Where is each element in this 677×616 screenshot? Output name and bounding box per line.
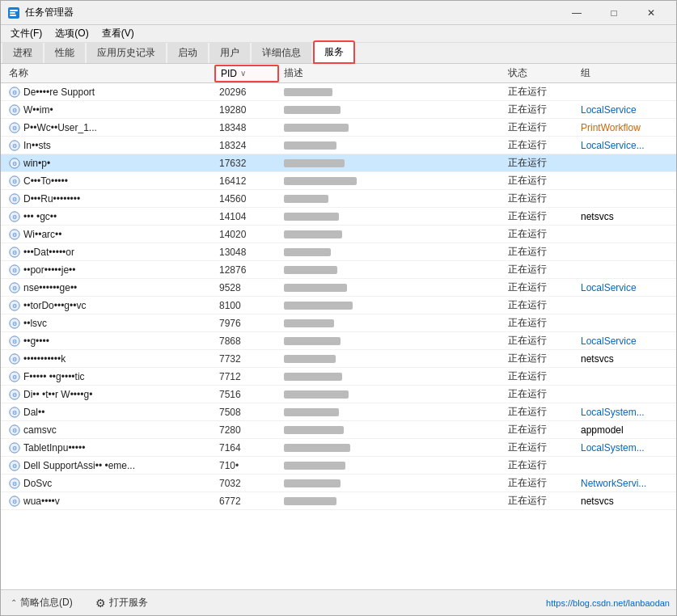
table-row[interactable]: ⚙DoSvc7032 正在运行NetworkServi...	[1, 475, 676, 492]
svg-text:⚙: ⚙	[12, 196, 17, 201]
svg-text:⚙: ⚙	[12, 160, 17, 166]
service-name-text: •••••••••••k	[23, 353, 66, 365]
cell-name: ⚙F••••• ••g••••tic	[4, 369, 214, 384]
table-row[interactable]: ⚙••• •gc••14104 正在运行netsvcs	[1, 208, 676, 226]
cell-pid: 16412	[214, 174, 279, 188]
cell-name: ⚙••torDo•••g••vc	[4, 298, 214, 313]
cell-group	[576, 251, 673, 254]
tab-用户[interactable]: 用户	[209, 42, 250, 63]
app-icon	[7, 6, 20, 19]
cell-name: ⚙Wi••arc••	[4, 227, 214, 242]
col-header-name[interactable]: 名称	[4, 65, 214, 82]
cell-desc	[279, 334, 503, 348]
cell-pid: 7976	[214, 316, 279, 331]
minimize-button[interactable]: —	[558, 1, 595, 25]
cell-name: ⚙••g••••	[4, 334, 214, 348]
summary-label: 简略信息(D)	[20, 596, 73, 610]
svg-text:⚙: ⚙	[12, 302, 17, 308]
table-row[interactable]: ⚙De••••re Support20296 正在运行	[1, 83, 676, 101]
table-row[interactable]: ⚙D•••Ru••••••••14560 正在运行	[1, 190, 676, 208]
summary-button[interactable]: ⌃ 简略信息(D)	[7, 594, 76, 611]
table-row[interactable]: ⚙Dell SupportAssi•• •eme...710• 正在运行	[1, 457, 676, 475]
cell-pid: 7164	[214, 441, 279, 455]
svg-text:⚙: ⚙	[12, 427, 17, 432]
table-row[interactable]: ⚙In••sts18324 正在运行LocalService...	[1, 137, 676, 154]
close-button[interactable]: ✕	[633, 1, 670, 25]
cell-pid: 7508	[214, 405, 279, 420]
table-row[interactable]: ⚙P••Wc••User_1...18348 正在运行PrintWorkflow	[1, 119, 676, 137]
cell-desc	[279, 281, 503, 295]
svg-text:⚙: ⚙	[12, 356, 17, 361]
tab-详细信息[interactable]: 详细信息	[252, 42, 311, 63]
col-label-group: 组	[581, 66, 590, 80]
svg-text:⚙: ⚙	[12, 213, 17, 219]
table-row[interactable]: ⚙Wi••arc••14020 正在运行	[1, 226, 676, 243]
cell-group	[576, 91, 673, 94]
cell-name: ⚙•••••••••••k	[4, 352, 214, 366]
cell-desc	[279, 156, 503, 171]
cell-pid: 7868	[214, 334, 279, 348]
table-row[interactable]: ⚙TabletInpu•••••7164 正在运行LocalSystem...	[1, 439, 676, 457]
tab-进程[interactable]: 进程	[2, 42, 43, 63]
table-row[interactable]: ⚙••g••••7868 正在运行LocalService	[1, 332, 676, 350]
tab-启动[interactable]: 启动	[167, 42, 208, 63]
svg-text:⚙: ⚙	[12, 285, 17, 290]
window-controls: — □ ✕	[558, 1, 670, 25]
table-row[interactable]: ⚙••lsvc7976 正在运行	[1, 314, 676, 332]
table-row[interactable]: ⚙Di•• •t••r W••••g•7516 正在运行	[1, 386, 676, 403]
cell-name: ⚙De••••re Support	[4, 85, 214, 99]
cell-name: ⚙wua••••v	[4, 494, 214, 508]
cell-desc	[279, 476, 503, 491]
status-bar-left: ⌃ 简略信息(D) ⚙ 打开服务	[7, 594, 151, 611]
cell-group: LocalService	[576, 103, 673, 117]
table-row[interactable]: ⚙win•p•17632 正在运行	[1, 154, 676, 172]
cell-name: ⚙••lsvc	[4, 316, 214, 331]
table-header: 名称 PID ∨ 描述 状态 组	[1, 64, 676, 83]
table-row[interactable]: ⚙W••im•19280 正在运行LocalService	[1, 101, 676, 119]
sort-arrow-icon: ∨	[240, 69, 246, 78]
cell-status: 正在运行	[503, 386, 576, 403]
maximize-button[interactable]: □	[595, 1, 633, 25]
service-name-text: win•p•	[23, 158, 50, 169]
cell-status: 正在运行	[503, 154, 576, 171]
cell-status: 正在运行	[503, 226, 576, 243]
table-row[interactable]: ⚙wua••••v6772 正在运行netsvcs	[1, 492, 676, 510]
service-name-text: Di•• •t••r W••••g•	[23, 389, 92, 400]
svg-text:⚙: ⚙	[12, 498, 17, 504]
table-row[interactable]: ⚙••por•••••je••12876 正在运行	[1, 261, 676, 279]
table-row[interactable]: ⚙C•••To•••••16412 正在运行	[1, 172, 676, 190]
table-row[interactable]: ⚙•••Dat•••••or13048 正在运行	[1, 243, 676, 261]
table-row[interactable]: ⚙•••••••••••k7732 正在运行netsvcs	[1, 350, 676, 368]
table-row[interactable]: ⚙Dal••7508 正在运行LocalSystem...	[1, 403, 676, 421]
cell-desc	[279, 85, 503, 99]
tab-应用历史记录[interactable]: 应用历史记录	[87, 42, 166, 63]
menu-item[interactable]: 选项(O)	[49, 25, 95, 42]
cell-pid: 7712	[214, 369, 279, 384]
table-row[interactable]: ⚙••torDo•••g••vc8100 正在运行	[1, 297, 676, 314]
menu-item[interactable]: 文件(F)	[4, 25, 49, 42]
col-header-pid[interactable]: PID ∨	[214, 65, 279, 82]
col-header-group[interactable]: 组	[576, 65, 673, 82]
cell-group: netsvcs	[576, 352, 673, 366]
service-name-text: ••por•••••je••	[23, 264, 76, 276]
service-name-text: Dal••	[23, 407, 44, 418]
svg-text:⚙: ⚙	[12, 445, 17, 450]
tab-性能[interactable]: 性能	[44, 42, 85, 63]
cell-status: 正在运行	[503, 297, 576, 314]
col-header-status[interactable]: 状态	[503, 65, 576, 82]
open-services-button[interactable]: ⚙ 打开服务	[92, 594, 151, 611]
cell-group: appmodel	[576, 423, 673, 437]
cell-name: ⚙Dell SupportAssi•• •eme...	[4, 458, 214, 473]
menu-item[interactable]: 查看(V)	[95, 25, 141, 42]
cell-status: 正在运行	[503, 457, 576, 474]
cell-group	[576, 304, 673, 307]
service-name-text: C•••To•••••	[23, 175, 68, 187]
table-row[interactable]: ⚙nse••••••ge••9528 正在运行LocalService	[1, 279, 676, 297]
table-row[interactable]: ⚙camsvc7280 正在运行appmodel	[1, 421, 676, 439]
col-header-desc[interactable]: 描述	[279, 65, 503, 82]
cell-pid: 6772	[214, 494, 279, 508]
tab-服务[interactable]: 服务	[313, 40, 355, 64]
table-body[interactable]: ⚙De••••re Support20296 正在运行⚙W••im•19280 …	[1, 83, 676, 589]
table-row[interactable]: ⚙F••••• ••g••••tic7712 正在运行	[1, 368, 676, 386]
cell-name: ⚙Di•• •t••r W••••g•	[4, 387, 214, 402]
